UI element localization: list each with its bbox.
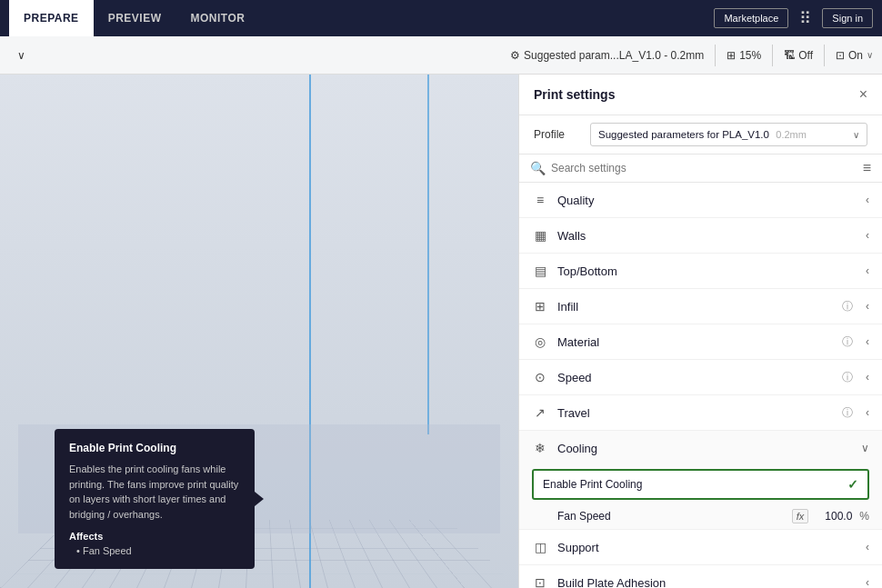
adhesion-caret: ∨ [867, 50, 873, 60]
cooling-checkmark: ✓ [847, 477, 858, 492]
section-infill-header[interactable]: ⊞ Infill ⓘ ‹ [519, 289, 882, 324]
material-info-icon[interactable]: ⓘ [842, 334, 853, 350]
fan-speed-label: Fan Speed [557, 510, 785, 523]
signin-button[interactable]: Sign in [822, 8, 873, 28]
tooltip-box: Enable Print Cooling Enables the print c… [55, 429, 255, 569]
support-label: Off [798, 49, 813, 62]
tab-prepare[interactable]: PREPARE [9, 0, 94, 36]
params-label: Suggested param...LA_V1.0 - 0.2mm [524, 49, 704, 62]
search-icon: 🔍 [530, 161, 546, 175]
enable-cooling-label: Enable Print Cooling [543, 478, 847, 491]
infill-icon: ⊞ [727, 49, 736, 62]
tooltip-arrow [255, 492, 264, 506]
section-cooling-header[interactable]: ❄ Cooling ∨ [519, 431, 882, 465]
walls-chevron: ‹ [866, 229, 869, 242]
enable-cooling-row[interactable]: Enable Print Cooling ✓ [532, 469, 869, 500]
section-travel: ↗ Travel ⓘ ‹ [519, 395, 882, 431]
search-row: 🔍 ≡ [519, 154, 882, 183]
section-topbottom: ▤ Top/Bottom ‹ [519, 254, 882, 289]
canvas-area[interactable]: Enable Print Cooling Enables the print c… [0, 75, 518, 588]
settings-sliders-icon: ⚙ [510, 49, 520, 62]
profile-row: Profile Suggested parameters for PLA_V1.… [519, 115, 882, 154]
tooltip-body: Enables the print cooling fans while pri… [69, 462, 240, 522]
fan-fx-icon: fx [792, 509, 809, 523]
fan-speed-unit: % [859, 510, 869, 523]
speed-icon: ⊙ [532, 369, 548, 385]
settings-list: ≡ Quality ‹ ▦ Walls ‹ ▤ Top/Bottom ‹ [519, 183, 882, 588]
section-support-header[interactable]: ◫ Support ‹ [519, 530, 882, 564]
grid-icon[interactable]: ⠿ [796, 5, 815, 32]
cooling-icon: ❄ [532, 440, 548, 456]
quality-chevron: ‹ [866, 194, 869, 206]
infill-info-icon[interactable]: ⓘ [842, 299, 853, 314]
travel-icon: ↗ [532, 404, 548, 421]
chevron-down-icon: ∨ [17, 49, 25, 62]
support-icon: 🏗 [784, 49, 795, 62]
section-buildplate-label: Build Plate Adhesion [557, 576, 857, 589]
tab-preview[interactable]: PREVIEW [94, 0, 176, 36]
section-walls-label: Walls [557, 229, 857, 243]
section-quality-label: Quality [557, 194, 857, 207]
travel-chevron: ‹ [866, 406, 869, 419]
marketplace-button[interactable]: Marketplace [714, 8, 788, 28]
profile-label: Profile [534, 128, 579, 141]
travel-info-icon[interactable]: ⓘ [842, 405, 853, 421]
toolbar: ∨ ⚙ Suggested param...LA_V1.0 - 0.2mm ⊞ … [0, 36, 882, 75]
section-support-label: Support [557, 541, 857, 554]
section-infill: ⊞ Infill ⓘ ‹ [519, 289, 882, 324]
section-buildplate-header[interactable]: ⊡ Build Plate Adhesion ‹ [519, 565, 882, 588]
search-input[interactable] [551, 162, 857, 174]
section-quality-header[interactable]: ≡ Quality ‹ [519, 183, 882, 217]
material-chevron: ‹ [866, 335, 869, 348]
separator-3 [824, 45, 825, 66]
speed-info-icon[interactable]: ⓘ [842, 370, 853, 385]
section-topbottom-header[interactable]: ▤ Top/Bottom ‹ [519, 254, 882, 288]
model-edge-right [427, 75, 429, 434]
adhesion-icon: ⊡ [836, 49, 845, 62]
separator-2 [772, 45, 773, 66]
panel-title: Print settings [534, 87, 615, 102]
fan-speed-value: 100.0 [816, 510, 852, 523]
close-button[interactable]: × [859, 87, 867, 102]
section-travel-header[interactable]: ↗ Travel ⓘ ‹ [519, 395, 882, 430]
section-quality: ≡ Quality ‹ [519, 183, 882, 218]
section-travel-label: Travel [557, 406, 833, 420]
walls-icon: ▦ [532, 227, 548, 244]
section-buildplate: ⊡ Build Plate Adhesion ‹ [519, 565, 882, 588]
fan-speed-row: Fan Speed fx 100.0 % [519, 503, 882, 529]
section-material: ◎ Material ⓘ ‹ [519, 324, 882, 360]
profile-select[interactable]: Suggested parameters for PLA_V1.0 0.2mm … [590, 123, 867, 146]
tooltip-affects-fan-speed: • Fan Speed [69, 545, 240, 556]
section-infill-label: Infill [557, 300, 833, 314]
infill-pct: 15% [739, 49, 761, 62]
tab-monitor[interactable]: MONITOR [175, 0, 259, 36]
section-walls: ▦ Walls ‹ [519, 218, 882, 254]
infill-setting[interactable]: ⊞ 15% [727, 49, 761, 62]
section-topbottom-label: Top/Bottom [557, 264, 857, 278]
section-material-header[interactable]: ◎ Material ⓘ ‹ [519, 324, 882, 359]
profile-dim: 0.2mm [776, 129, 807, 140]
section-speed-header[interactable]: ⊙ Speed ⓘ ‹ [519, 360, 882, 394]
profile-name: Suggested parameters for PLA_V1.0 [598, 129, 769, 140]
quality-icon: ≡ [532, 192, 548, 208]
support-chevron: ‹ [866, 541, 869, 553]
speed-chevron: ‹ [866, 371, 869, 384]
section-material-label: Material [557, 335, 833, 349]
infill-icon: ⊞ [532, 298, 548, 314]
section-cooling-label: Cooling [557, 442, 852, 455]
section-speed-label: Speed [557, 371, 833, 384]
params-dropdown[interactable]: ⚙ Suggested param...LA_V1.0 - 0.2mm [510, 49, 704, 62]
topbottom-chevron: ‹ [866, 264, 869, 277]
support-setting[interactable]: 🏗 Off [784, 49, 813, 62]
tooltip-affects-label: Affects [69, 531, 240, 542]
menu-lines-icon[interactable]: ≡ [863, 160, 871, 176]
adhesion-setting[interactable]: ⊡ On ∨ [836, 49, 873, 62]
top-navigation: PREPARE PREVIEW MONITOR Marketplace ⠿ Si… [0, 0, 882, 36]
material-icon: ◎ [532, 334, 548, 350]
section-walls-header[interactable]: ▦ Walls ‹ [519, 218, 882, 253]
buildplate-chevron: ‹ [866, 576, 869, 588]
panel-header: Print settings × [519, 75, 882, 115]
printer-dropdown[interactable]: ∨ [9, 45, 34, 66]
tooltip-title: Enable Print Cooling [69, 442, 240, 454]
infill-chevron: ‹ [866, 300, 869, 313]
